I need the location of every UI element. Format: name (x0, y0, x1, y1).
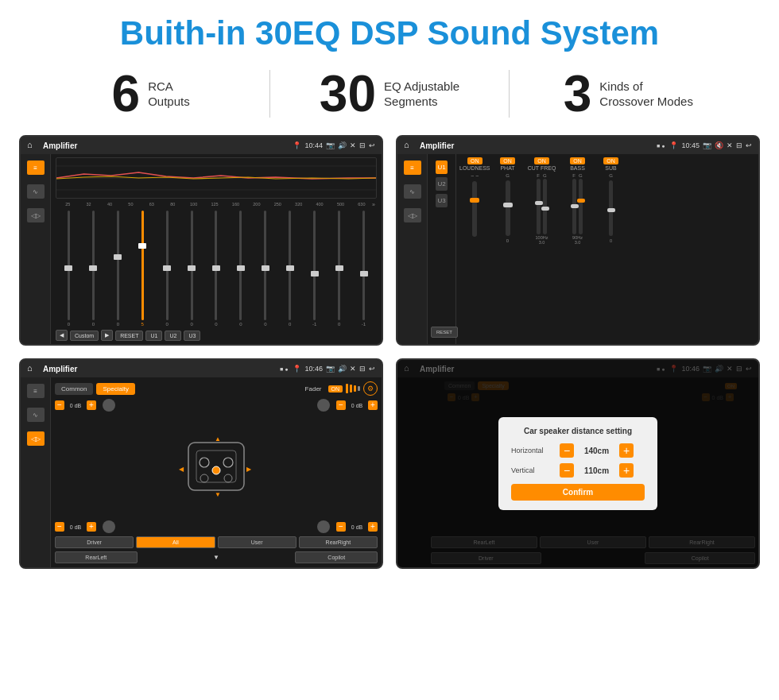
phat-on[interactable]: ON (500, 157, 515, 164)
eq-prev-btn[interactable]: ◀ (56, 330, 68, 341)
sidebar-wave-icon-3[interactable]: ∿ (27, 408, 45, 422)
sub-control: ON SUB G 0 (597, 157, 626, 243)
slider-8[interactable]: 0 (229, 211, 252, 327)
back-icon-3[interactable]: ↩ (369, 365, 375, 373)
slider-val-7: 0 (215, 322, 217, 327)
eq-next-btn[interactable]: ▶ (101, 330, 113, 341)
db-plus-tl[interactable]: + (87, 400, 96, 410)
speaker-icon-tl (103, 399, 115, 412)
u2-btn[interactable]: U2 (436, 177, 447, 191)
u3-btn[interactable]: U3 (436, 194, 447, 207)
copilot-btn[interactable]: Copilot (295, 551, 378, 563)
slider-6[interactable]: 0 (180, 211, 203, 327)
amp-reset-btn[interactable]: RESET (431, 327, 458, 338)
sidebar-wave-icon[interactable]: ∿ (27, 184, 45, 199)
bass-slider2[interactable] (579, 179, 583, 234)
back-icon-2[interactable]: ↩ (746, 141, 752, 149)
loudness-slider[interactable] (472, 181, 477, 237)
db-plus-br[interactable]: + (368, 522, 378, 532)
settings-circle[interactable]: ⚙ (363, 381, 378, 396)
status-bar-2: ⌂ Amplifier ■ ● 📍 10:45 📷 🔇 ✕ ⊟ ↩ (397, 137, 758, 154)
slider-7[interactable]: 0 (205, 211, 228, 327)
slider-3[interactable]: 0 (107, 211, 130, 327)
stat-number-eq: 30 (320, 68, 376, 119)
slider-4[interactable]: 5 (131, 211, 154, 327)
sidebar-speaker-icon-3[interactable]: ◁▷ (27, 431, 45, 446)
slider-10[interactable]: 0 (278, 211, 301, 327)
sidebar-speaker-icon[interactable]: ◁▷ (27, 208, 45, 222)
db-control-tr: − 0 dB + (336, 400, 378, 410)
specialty-tab[interactable]: Specialty (96, 383, 134, 395)
sub-slider[interactable] (609, 180, 613, 236)
confirm-button[interactable]: Confirm (511, 484, 645, 501)
u-buttons-col: U1 U2 U3 RESET (428, 154, 456, 344)
db-minus-bl[interactable]: − (55, 522, 64, 532)
eq-u2-btn[interactable]: U2 (165, 331, 181, 341)
stat-number-crossover: 3 (564, 68, 592, 119)
svg-text:▶: ▶ (246, 466, 252, 473)
eq-custom-btn[interactable]: Custom (70, 331, 99, 341)
rearleft-btn[interactable]: RearLeft (55, 551, 138, 563)
fader-on-badge[interactable]: ON (328, 385, 343, 393)
stat-eq: 30 EQ AdjustableSegments (286, 68, 492, 119)
amp-indicator-3: ■ ● (280, 366, 288, 372)
eq-u3-btn[interactable]: U3 (184, 331, 200, 341)
bass-slider1[interactable] (572, 179, 576, 234)
slider-12[interactable]: 0 (327, 211, 351, 327)
slider-val-1: 0 (68, 322, 70, 327)
common-tab[interactable]: Common (55, 383, 93, 395)
horizontal-minus[interactable]: − (560, 443, 574, 458)
freq-50: 50 (120, 202, 141, 207)
horizontal-plus[interactable]: + (619, 443, 634, 458)
slider-11[interactable]: -1 (303, 211, 326, 327)
driver-btn[interactable]: Driver (55, 536, 134, 548)
freq-400: 400 (309, 202, 330, 207)
sidebar-wave-icon-2[interactable]: ∿ (404, 184, 421, 199)
eq-u1-btn[interactable]: U1 (145, 331, 162, 341)
home-icon[interactable]: ⌂ (27, 140, 38, 151)
screen-amp: ⌂ Amplifier ■ ● 📍 10:45 📷 🔇 ✕ ⊟ ↩ ≡ ∿ ◁▷ (396, 135, 760, 346)
sub-on[interactable]: ON (603, 157, 618, 164)
bass-on[interactable]: ON (570, 157, 585, 164)
vertical-plus[interactable]: + (619, 463, 634, 478)
u1-btn[interactable]: U1 (436, 160, 447, 174)
cutfreq-label: CUT FREQ (528, 165, 556, 171)
slider-1[interactable]: 0 (57, 211, 80, 327)
db-val-tr: 0 dB (348, 403, 366, 408)
camera-icon-2: 📷 (703, 141, 711, 149)
sidebar-eq-icon-2[interactable]: ≡ (404, 160, 421, 175)
db-plus-tr[interactable]: + (368, 400, 378, 410)
slider-13[interactable]: -1 (352, 211, 375, 327)
sidebar-eq-icon-3[interactable]: ≡ (27, 384, 45, 398)
slider-2[interactable]: 0 (82, 211, 105, 327)
cutfreq-on[interactable]: ON (534, 157, 549, 164)
left-sidebar-3: ≡ ∿ ◁▷ (21, 377, 51, 567)
db-minus-tl[interactable]: − (55, 400, 64, 410)
all-btn[interactable]: All (136, 536, 215, 548)
sidebar-speaker-icon-2[interactable]: ◁▷ (404, 208, 421, 222)
cutfreq-slider1[interactable] (537, 179, 541, 234)
rearright-btn[interactable]: RearRight (299, 536, 378, 548)
back-icon[interactable]: ↩ (369, 141, 375, 149)
db-plus-bl[interactable]: + (87, 522, 96, 532)
slider-val-4: 5 (141, 322, 144, 327)
screen2-content: ≡ ∿ ◁▷ U1 U2 U3 RESET ON LOUDNESS (397, 154, 758, 344)
home-icon-3[interactable]: ⌂ (27, 363, 38, 374)
freq-labels: 25 32 40 50 63 80 100 125 160 200 250 32… (56, 202, 377, 207)
cutfreq-slider2[interactable] (543, 179, 547, 234)
db-minus-br[interactable]: − (336, 522, 346, 532)
freq-63: 63 (141, 202, 162, 207)
car-svg: ▲ ▼ ◀ ▶ (176, 435, 256, 498)
slider-9[interactable]: 0 (254, 211, 277, 327)
status-icons-1: 📍 10:44 📷 🔊 ✕ ⊟ ↩ (293, 141, 375, 149)
loudness-on[interactable]: ON (467, 157, 483, 164)
sidebar-eq-icon[interactable]: ≡ (27, 160, 45, 175)
volume-icon: 🔊 (338, 141, 347, 149)
eq-reset-btn[interactable]: RESET (115, 331, 143, 341)
db-minus-tr[interactable]: − (336, 400, 346, 410)
slider-5[interactable]: 0 (156, 211, 179, 327)
phat-slider[interactable] (506, 180, 510, 236)
vertical-minus[interactable]: − (560, 463, 574, 478)
user-btn[interactable]: User (218, 536, 296, 548)
home-icon-2[interactable]: ⌂ (404, 140, 415, 151)
